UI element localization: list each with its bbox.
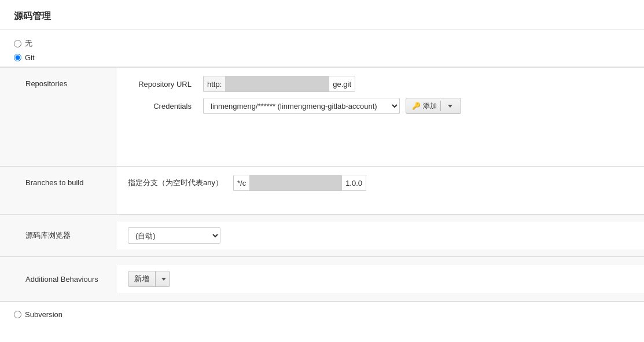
repositories-content: Repository URL http: ge.git Credentials … [116,68,644,166]
key-icon: 🔑 [412,102,421,110]
branches-content: 指定分支（为空时代表any） */c 1.0.0 [116,167,644,214]
branch-suffix: 1.0.0 [342,175,366,191]
repository-url-row: Repository URL http: ge.git [128,76,632,92]
radio-none[interactable] [14,40,21,47]
radio-git-item[interactable]: Git [14,53,630,62]
branch-row: 指定分支（为空时代表any） */c 1.0.0 [128,175,632,191]
url-blur-middle [225,76,329,92]
new-button[interactable]: 新增 [128,271,170,287]
radio-none-label: 无 [25,38,32,49]
repository-url-label: Repository URL [128,80,197,89]
new-button-main[interactable]: 新增 [128,271,156,286]
add-button[interactable]: 🔑 添加 [406,98,461,114]
source-browser-select[interactable]: (自动) [128,227,220,244]
branches-label: Branches to build [0,167,116,214]
repositories-label: Repositories [0,68,116,166]
btn-divider [440,101,441,111]
new-button-label: 新增 [134,274,149,284]
additional-behaviours-content: 新增 [116,265,644,293]
radio-git-label: Git [25,53,35,62]
new-dropdown-arrow-icon [161,278,166,281]
branch-blur-middle [249,175,342,191]
url-prefix: http: [203,76,225,92]
browser-content: (自动) [116,222,644,249]
page-container: 源码管理 无 Git Repositories Repository URL h… [0,0,644,342]
radio-none-item[interactable]: 无 [14,38,630,49]
branches-section: Branches to build 指定分支（为空时代表any） */c 1.0… [0,166,644,214]
radio-group: 无 Git [0,30,644,67]
additional-behaviours-label: Additional Behaviours [0,275,116,284]
radio-subversion-item[interactable]: Subversion [14,310,62,319]
branch-prefix: */c [233,175,249,191]
radio-subversion[interactable] [14,311,21,318]
credentials-select[interactable]: linmengmeng/****** (linmengmeng-gitlab-a… [203,98,400,114]
url-suffix: ge.git [329,76,355,92]
credentials-label: Credentials [128,102,197,111]
radio-subversion-label: Subversion [25,310,62,319]
git-section: Repositories Repository URL http: ge.git… [0,67,644,301]
dropdown-arrow-icon [448,105,452,108]
radio-git[interactable] [14,54,21,61]
branch-specifier-label: 指定分支（为空时代表any） [128,178,223,188]
credentials-row: Credentials linmengmeng/****** (linmengm… [128,98,632,114]
add-button-label: 添加 [423,101,437,111]
add-dropdown-arrow[interactable] [444,105,455,108]
repositories-section: Repositories Repository URL http: ge.git… [0,67,644,166]
section-title: 源码管理 [0,0,644,30]
additional-behaviours-section: Additional Behaviours 新增 [0,256,644,301]
subversion-section: Subversion [0,301,644,327]
browser-section: 源码库浏览器 (自动) [0,214,644,256]
new-button-arrow[interactable] [157,271,170,286]
source-browser-label: 源码库浏览器 [0,230,116,241]
